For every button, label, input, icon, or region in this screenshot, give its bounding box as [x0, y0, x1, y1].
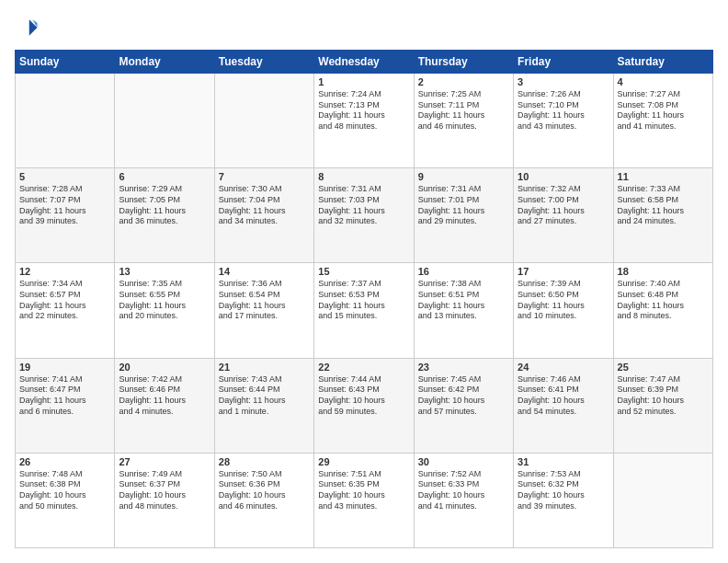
calendar-cell: 9Sunrise: 7:31 AMSunset: 7:01 PMDaylight… [414, 168, 513, 263]
day-number: 1 [318, 76, 409, 87]
calendar-cell: 18Sunrise: 7:40 AMSunset: 6:48 PMDayligh… [613, 263, 712, 358]
day-info: Sunrise: 7:37 AMSunset: 6:53 PMDaylight:… [318, 279, 409, 322]
calendar-cell [115, 74, 214, 168]
day-number: 6 [119, 171, 210, 182]
day-info: Sunrise: 7:33 AMSunset: 6:58 PMDaylight:… [618, 184, 709, 227]
day-number: 31 [518, 456, 609, 467]
day-number: 23 [418, 362, 509, 373]
day-info: Sunrise: 7:49 AMSunset: 6:37 PMDaylight:… [119, 469, 210, 512]
day-number: 10 [518, 171, 609, 182]
calendar-cell: 21Sunrise: 7:43 AMSunset: 6:44 PMDayligh… [214, 358, 313, 453]
weekday-header: Wednesday [314, 51, 414, 74]
day-number: 29 [318, 456, 409, 467]
day-number: 17 [518, 266, 609, 277]
calendar-cell [16, 74, 115, 168]
day-number: 24 [518, 362, 609, 373]
day-number: 21 [219, 362, 310, 373]
day-info: Sunrise: 7:24 AMSunset: 7:13 PMDaylight:… [318, 89, 409, 132]
calendar-cell: 29Sunrise: 7:51 AMSunset: 6:35 PMDayligh… [314, 453, 414, 547]
day-info: Sunrise: 7:35 AMSunset: 6:55 PMDaylight:… [119, 279, 210, 322]
day-info: Sunrise: 7:43 AMSunset: 6:44 PMDaylight:… [219, 374, 310, 418]
day-number: 3 [518, 76, 609, 87]
calendar-cell: 20Sunrise: 7:42 AMSunset: 6:46 PMDayligh… [115, 358, 214, 453]
weekday-header: Tuesday [214, 51, 313, 74]
calendar-cell: 22Sunrise: 7:44 AMSunset: 6:43 PMDayligh… [314, 358, 414, 453]
calendar-cell: 6Sunrise: 7:29 AMSunset: 7:05 PMDaylight… [115, 168, 214, 263]
calendar-cell: 4Sunrise: 7:27 AMSunset: 7:08 PMDaylight… [613, 74, 712, 168]
day-info: Sunrise: 7:53 AMSunset: 6:32 PMDaylight:… [518, 469, 609, 512]
calendar-cell: 2Sunrise: 7:25 AMSunset: 7:11 PMDaylight… [414, 74, 513, 168]
day-info: Sunrise: 7:50 AMSunset: 6:36 PMDaylight:… [219, 469, 310, 512]
day-number: 11 [618, 171, 709, 182]
day-info: Sunrise: 7:36 AMSunset: 6:54 PMDaylight:… [219, 279, 310, 322]
calendar-week-row: 1Sunrise: 7:24 AMSunset: 7:13 PMDaylight… [16, 74, 713, 168]
day-number: 9 [418, 171, 509, 182]
calendar-cell: 25Sunrise: 7:47 AMSunset: 6:39 PMDayligh… [613, 358, 712, 453]
day-info: Sunrise: 7:26 AMSunset: 7:10 PMDaylight:… [518, 89, 609, 132]
day-number: 25 [618, 362, 709, 373]
day-info: Sunrise: 7:29 AMSunset: 7:05 PMDaylight:… [119, 184, 210, 227]
calendar-week-row: 12Sunrise: 7:34 AMSunset: 6:57 PMDayligh… [16, 263, 713, 358]
day-info: Sunrise: 7:28 AMSunset: 7:07 PMDaylight:… [19, 184, 110, 227]
day-number: 27 [119, 456, 210, 467]
day-number: 13 [119, 266, 210, 277]
weekday-header: Friday [514, 51, 613, 74]
calendar-cell: 11Sunrise: 7:33 AMSunset: 6:58 PMDayligh… [613, 168, 712, 263]
day-number: 2 [418, 76, 509, 87]
weekday-header: Monday [115, 51, 214, 74]
day-info: Sunrise: 7:40 AMSunset: 6:48 PMDaylight:… [618, 279, 709, 322]
day-info: Sunrise: 7:38 AMSunset: 6:51 PMDaylight:… [418, 279, 509, 322]
day-number: 15 [318, 266, 409, 277]
calendar-cell: 1Sunrise: 7:24 AMSunset: 7:13 PMDaylight… [314, 74, 414, 168]
calendar-week-row: 26Sunrise: 7:48 AMSunset: 6:38 PMDayligh… [16, 453, 713, 547]
day-number: 7 [219, 171, 310, 182]
day-number: 18 [618, 266, 709, 277]
day-info: Sunrise: 7:42 AMSunset: 6:46 PMDaylight:… [119, 374, 210, 418]
header-row: SundayMondayTuesdayWednesdayThursdayFrid… [16, 51, 713, 74]
calendar-cell: 3Sunrise: 7:26 AMSunset: 7:10 PMDaylight… [514, 74, 613, 168]
day-number: 8 [318, 171, 409, 182]
calendar-week-row: 19Sunrise: 7:41 AMSunset: 6:47 PMDayligh… [16, 358, 713, 453]
calendar-cell: 23Sunrise: 7:45 AMSunset: 6:42 PMDayligh… [414, 358, 513, 453]
day-number: 14 [219, 266, 310, 277]
day-number: 19 [19, 362, 110, 373]
calendar-cell: 10Sunrise: 7:32 AMSunset: 7:00 PMDayligh… [514, 168, 613, 263]
calendar-cell: 30Sunrise: 7:52 AMSunset: 6:33 PMDayligh… [414, 453, 513, 547]
day-number: 5 [19, 171, 110, 182]
calendar-cell: 16Sunrise: 7:38 AMSunset: 6:51 PMDayligh… [414, 263, 513, 358]
page: SundayMondayTuesdayWednesdayThursdayFrid… [0, 0, 728, 563]
calendar-week-row: 5Sunrise: 7:28 AMSunset: 7:07 PMDaylight… [16, 168, 713, 263]
day-info: Sunrise: 7:51 AMSunset: 6:35 PMDaylight:… [318, 469, 409, 512]
calendar-cell: 19Sunrise: 7:41 AMSunset: 6:47 PMDayligh… [16, 358, 115, 453]
calendar-cell: 24Sunrise: 7:46 AMSunset: 6:41 PMDayligh… [514, 358, 613, 453]
calendar-cell: 15Sunrise: 7:37 AMSunset: 6:53 PMDayligh… [314, 263, 414, 358]
calendar-cell: 7Sunrise: 7:30 AMSunset: 7:04 PMDaylight… [214, 168, 313, 263]
day-info: Sunrise: 7:44 AMSunset: 6:43 PMDaylight:… [318, 374, 409, 418]
calendar-cell: 12Sunrise: 7:34 AMSunset: 6:57 PMDayligh… [16, 263, 115, 358]
day-info: Sunrise: 7:45 AMSunset: 6:42 PMDaylight:… [418, 374, 509, 418]
day-number: 4 [618, 76, 709, 87]
calendar-cell: 8Sunrise: 7:31 AMSunset: 7:03 PMDaylight… [314, 168, 414, 263]
day-number: 28 [219, 456, 310, 467]
day-info: Sunrise: 7:48 AMSunset: 6:38 PMDaylight:… [19, 469, 110, 512]
day-number: 20 [119, 362, 210, 373]
calendar-cell [214, 74, 313, 168]
day-info: Sunrise: 7:25 AMSunset: 7:11 PMDaylight:… [418, 89, 509, 132]
weekday-header: Thursday [414, 51, 513, 74]
calendar-cell: 5Sunrise: 7:28 AMSunset: 7:07 PMDaylight… [16, 168, 115, 263]
calendar-cell: 14Sunrise: 7:36 AMSunset: 6:54 PMDayligh… [214, 263, 313, 358]
calendar-cell: 28Sunrise: 7:50 AMSunset: 6:36 PMDayligh… [214, 453, 313, 547]
day-info: Sunrise: 7:30 AMSunset: 7:04 PMDaylight:… [219, 184, 310, 227]
calendar-table: SundayMondayTuesdayWednesdayThursdayFrid… [15, 50, 713, 548]
day-number: 22 [318, 362, 409, 373]
day-info: Sunrise: 7:34 AMSunset: 6:57 PMDaylight:… [19, 279, 110, 322]
day-info: Sunrise: 7:32 AMSunset: 7:00 PMDaylight:… [518, 184, 609, 227]
day-info: Sunrise: 7:41 AMSunset: 6:47 PMDaylight:… [19, 374, 110, 418]
day-number: 16 [418, 266, 509, 277]
day-info: Sunrise: 7:31 AMSunset: 7:03 PMDaylight:… [318, 184, 409, 227]
day-info: Sunrise: 7:46 AMSunset: 6:41 PMDaylight:… [518, 374, 609, 418]
calendar-cell: 31Sunrise: 7:53 AMSunset: 6:32 PMDayligh… [514, 453, 613, 547]
weekday-header: Saturday [613, 51, 712, 74]
day-number: 26 [19, 456, 110, 467]
weekday-header: Sunday [16, 51, 115, 74]
